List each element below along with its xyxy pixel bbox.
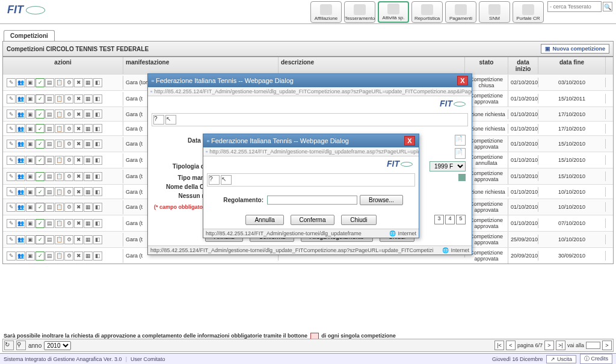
action-icon[interactable]: ▦ — [84, 110, 93, 119]
action-icon[interactable]: ◧ — [93, 251, 102, 261]
action-icon[interactable]: ✎ — [7, 172, 16, 181]
nav-snm[interactable]: SNM — [479, 1, 510, 23]
action-icon[interactable]: ▤ — [45, 203, 54, 212]
action-icon[interactable]: 👥 — [16, 94, 25, 103]
action-icon[interactable]: ▤ — [45, 124, 54, 133]
dialog2-chiudi-button[interactable]: Chiudi — [341, 215, 376, 225]
action-icon[interactable]: ⚙ — [64, 94, 73, 103]
tab-competizioni[interactable]: Competizioni — [4, 30, 55, 41]
action-icon[interactable]: 📋 — [55, 140, 64, 149]
action-icon[interactable]: ✖ — [74, 124, 83, 133]
action-icon[interactable]: ▦ — [84, 187, 93, 196]
action-icon[interactable]: ✓ — [35, 156, 45, 165]
action-icon[interactable]: ✓ — [35, 219, 45, 228]
action-icon[interactable]: ▤ — [45, 78, 54, 87]
action-icon[interactable]: ▤ — [45, 187, 54, 196]
action-icon[interactable]: ✎ — [7, 110, 16, 119]
action-icon[interactable]: ◧ — [93, 124, 102, 133]
action-icon[interactable]: ✓ — [35, 203, 45, 212]
action-icon[interactable]: ✓ — [35, 110, 45, 119]
action-icon[interactable]: ▦ — [84, 140, 93, 149]
new-competition-button[interactable]: Nuova competizione — [541, 44, 609, 54]
action-icon[interactable]: ⚙ — [64, 203, 73, 212]
action-icon[interactable]: ◧ — [93, 78, 102, 87]
page-5[interactable]: 5 — [456, 215, 466, 224]
input-regolamento-file[interactable] — [267, 196, 357, 205]
action-icon[interactable]: ⚙ — [64, 219, 73, 228]
action-icon[interactable]: ✓ — [35, 124, 45, 133]
action-icon[interactable]: ✎ — [7, 94, 16, 103]
next-page-button[interactable]: > — [544, 341, 554, 350]
action-icon[interactable]: ✓ — [35, 172, 45, 181]
action-icon[interactable]: ▣ — [26, 203, 35, 212]
action-icon[interactable]: ✎ — [7, 187, 16, 196]
action-icon[interactable]: ✖ — [74, 235, 83, 244]
action-icon[interactable]: ▦ — [84, 78, 93, 87]
action-icon[interactable]: 📋 — [55, 172, 64, 181]
action-icon[interactable]: ✓ — [35, 235, 45, 244]
action-icon[interactable]: ✖ — [74, 110, 83, 119]
action-icon[interactable]: ⚙ — [64, 187, 73, 196]
action-icon[interactable]: 📋 — [55, 78, 64, 87]
action-icon[interactable]: ▣ — [26, 94, 35, 103]
action-icon[interactable]: ⚙ — [64, 78, 73, 87]
action-icon[interactable]: ▦ — [84, 94, 93, 103]
last-page-button[interactable]: >| — [556, 341, 565, 350]
action-icon[interactable]: ▤ — [45, 172, 54, 181]
action-icon[interactable]: ✓ — [35, 94, 45, 103]
action-icon[interactable]: 📋 — [55, 203, 64, 212]
action-icon[interactable]: 📋 — [55, 219, 64, 228]
tool-icon[interactable]: ↖ — [221, 175, 232, 185]
action-icon[interactable]: ▤ — [45, 219, 54, 228]
action-icon[interactable]: ▤ — [45, 156, 54, 165]
action-icon[interactable]: ▤ — [45, 235, 54, 244]
action-icon[interactable]: 👥 — [16, 172, 25, 181]
action-icon[interactable]: ✎ — [7, 156, 16, 165]
action-icon[interactable]: ✓ — [35, 251, 45, 261]
action-icon[interactable]: ▤ — [45, 140, 54, 149]
action-icon[interactable]: 👥 — [16, 219, 25, 228]
action-icon[interactable]: ◧ — [93, 156, 102, 165]
action-icon[interactable]: ✎ — [7, 124, 16, 133]
search-input[interactable] — [547, 1, 602, 12]
action-icon[interactable]: ◧ — [93, 172, 102, 181]
action-icon[interactable]: 📋 — [55, 124, 64, 133]
credits-button[interactable]: ⓘ Credits — [580, 354, 612, 364]
action-icon[interactable]: ✓ — [35, 187, 45, 196]
filter-icon[interactable]: ⚲ — [16, 341, 26, 350]
action-icon[interactable]: 👥 — [16, 124, 25, 133]
action-icon[interactable]: 👥 — [16, 110, 25, 119]
action-icon[interactable]: 📋 — [55, 251, 64, 261]
action-icon[interactable]: ▣ — [26, 187, 35, 196]
action-icon[interactable]: ◧ — [93, 203, 102, 212]
action-icon[interactable]: 📋 — [55, 94, 64, 103]
action-icon[interactable]: ▣ — [26, 251, 35, 261]
action-icon[interactable]: ▣ — [26, 124, 35, 133]
action-icon[interactable]: ▦ — [84, 219, 93, 228]
action-icon[interactable]: ✖ — [74, 172, 83, 181]
action-icon[interactable]: ⚙ — [64, 251, 73, 261]
dialog1-close-icon[interactable]: X — [457, 76, 468, 85]
nav-pagamenti[interactable]: Pagamenti — [445, 1, 476, 23]
action-icon[interactable]: ✎ — [7, 251, 16, 261]
action-icon[interactable]: ▣ — [26, 235, 35, 244]
search-icon[interactable]: 🔍 — [603, 2, 612, 11]
refresh-icon[interactable]: ↻ — [4, 341, 14, 350]
first-page-button[interactable]: |< — [494, 341, 504, 350]
nav-reportistica[interactable]: Reportistica — [411, 1, 443, 23]
action-icon[interactable]: ✎ — [7, 235, 16, 244]
nav-attivit-sp-[interactable]: Attività sp. — [378, 1, 409, 23]
action-icon[interactable]: ✖ — [74, 251, 83, 261]
action-icon[interactable]: 📋 — [55, 187, 64, 196]
dialog2-close-icon[interactable]: X — [404, 136, 415, 146]
logout-button[interactable]: ↗ Uscita — [546, 355, 576, 363]
select-tipologia[interactable]: 1999 F — [430, 161, 466, 171]
action-icon[interactable]: ✖ — [74, 140, 83, 149]
action-icon[interactable]: ▤ — [45, 110, 54, 119]
action-icon[interactable]: ⚙ — [64, 110, 73, 119]
action-icon[interactable]: ✖ — [74, 78, 83, 87]
action-icon[interactable]: ⚙ — [64, 140, 73, 149]
help-icon[interactable]: ? — [153, 115, 164, 125]
action-icon[interactable]: ✓ — [35, 78, 45, 87]
action-icon[interactable]: 👥 — [16, 203, 25, 212]
